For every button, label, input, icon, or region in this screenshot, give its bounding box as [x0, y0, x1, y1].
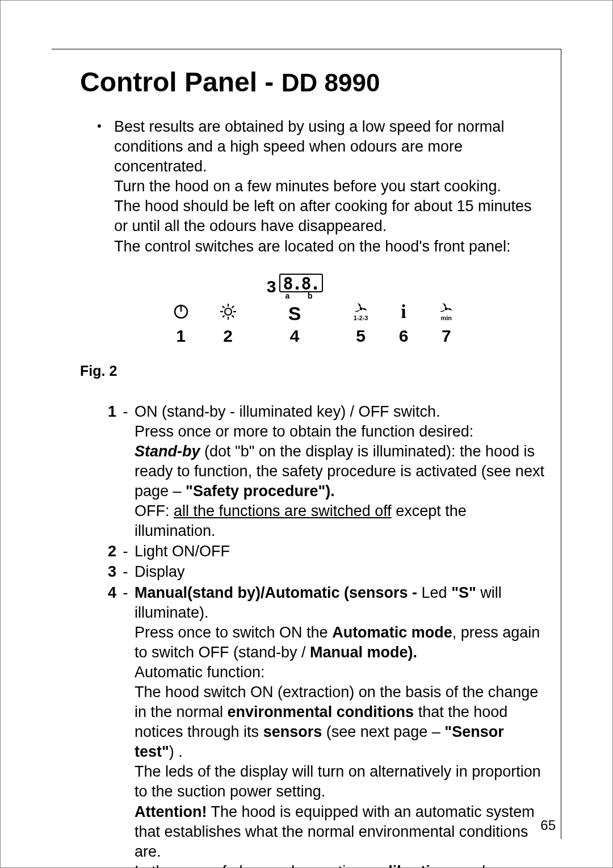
item-1-desc: ON (stand-by - illuminated key) / OFF sw… [135, 402, 547, 542]
power-icon [173, 299, 190, 324]
item-1: 1 - ON (stand-by - illuminated key) / OF… [97, 402, 547, 542]
title-model: DD 8990 [282, 69, 380, 97]
item-2: 2 - Light ON/OFF [97, 542, 547, 561]
intro-paragraph: • Best results are obtained by using a l… [97, 117, 547, 257]
fan-min-icon: min [438, 299, 455, 324]
env-conditions: environmental conditions [228, 703, 414, 720]
panel-key-2: 2 [219, 299, 237, 346]
panel-label-2: 2 [223, 326, 233, 346]
dash: - [116, 542, 135, 561]
page-number: 65 [540, 817, 556, 833]
item-4-b1: Manual(stand by)/Automatic (sensors - [135, 584, 422, 601]
figure-caption: Fig. 2 [80, 363, 547, 379]
intensive-i-icon: i [401, 299, 406, 324]
title-prefix: Control Panel - [80, 67, 282, 97]
item-4-num: 4 [97, 583, 116, 869]
item-3: 3 - Display [97, 562, 547, 582]
item-1-line2: Press once or more to obtain the functio… [135, 423, 473, 440]
intro-text: Best results are obtained by using a low… [114, 117, 547, 257]
panel-key-1: 1 [173, 299, 190, 346]
panel-label-6: 6 [399, 326, 409, 346]
item-4-t3: Automatic function: [135, 664, 265, 681]
panel-key-6: i 6 [399, 299, 409, 346]
item-4-t2: Press once to switch ON the [135, 624, 332, 641]
top-rule [52, 49, 561, 49]
item-2-desc: Light ON/OFF [135, 542, 547, 561]
item-3-desc: Display [135, 562, 547, 582]
page-title: Control Panel - DD 8990 [80, 66, 547, 98]
panel-label-3: 3 [267, 277, 276, 296]
sensor-s-icon: S [288, 301, 301, 326]
item-4-desc: Manual(stand by)/Automatic (sensors - Le… [135, 583, 547, 869]
dash: - [116, 583, 135, 869]
calibration: calibration [371, 863, 449, 868]
item-4-t4d: ) . [169, 743, 183, 760]
safety-procedure-ref: "Safety procedure" [186, 483, 325, 500]
panel-key-7: min 7 [438, 299, 455, 346]
right-rule [561, 49, 561, 839]
item-2-num: 2 [97, 542, 116, 561]
panel-key-3-4: 3 8.8. a b S 4 [267, 274, 323, 346]
sensors: sensors [263, 723, 322, 740]
item-4-t4c: (see next page – [322, 723, 444, 740]
dash: - [116, 562, 135, 582]
light-icon [219, 299, 237, 324]
item-1-line3b: ). [325, 483, 335, 500]
off-label: OFF: [135, 502, 174, 519]
attention-label: Attention! [135, 803, 207, 820]
item-4-t1: Led [422, 584, 452, 601]
panel-label-4: 4 [290, 326, 300, 346]
fan-sub-min: min [441, 315, 452, 321]
document-page: Control Panel - DD 8990 • Best results a… [0, 0, 613, 868]
item-1-num: 1 [97, 402, 116, 542]
fan-icon: 1-2-3 [352, 299, 370, 324]
item-4-t5: The leds of the display will turn on alt… [135, 763, 541, 800]
automatic-mode: Automatic mode [332, 624, 452, 641]
svg-line-9 [222, 315, 225, 317]
display-icon: 8.8. [279, 274, 322, 292]
svg-point-2 [225, 308, 232, 315]
manual-mode: Manual mode). [310, 644, 417, 661]
standby-label: Stand-by [135, 443, 200, 460]
panel-label-1: 1 [176, 326, 186, 346]
definition-list: 1 - ON (stand-by - illuminated key) / OF… [97, 402, 547, 868]
panel-key-5: 1-2-3 5 [352, 299, 370, 346]
item-4-led-s: "S" [451, 584, 476, 601]
item-4: 4 - Manual(stand by)/Automatic (sensors … [97, 583, 547, 869]
svg-line-10 [232, 306, 234, 308]
bullet-dot: • [97, 117, 114, 257]
display-ab-label: a b [283, 291, 322, 300]
svg-line-7 [222, 306, 225, 308]
panel-label-7: 7 [442, 326, 451, 346]
item-1-line1: ON (stand-by - illuminated key) / OFF sw… [135, 403, 440, 420]
figure-2: 1 2 3 8.8. a b [80, 274, 547, 346]
svg-line-8 [232, 315, 234, 317]
item-3-num: 3 [97, 562, 116, 582]
off-underline: all the functions are switched off [174, 502, 392, 519]
item-4-t7a: In the case of abnormal operation, [135, 863, 371, 868]
panel-label-5: 5 [356, 326, 366, 346]
dash: - [116, 402, 135, 542]
fan-sub-123: 1-2-3 [354, 315, 368, 321]
